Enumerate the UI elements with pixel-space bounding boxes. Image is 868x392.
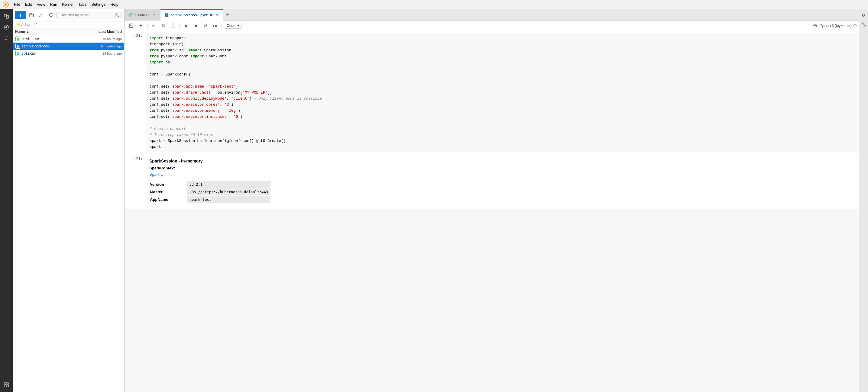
notebook-tab-label: sample-notebook.ipynb (171, 13, 208, 17)
menu-kernel[interactable]: Kernel (60, 1, 76, 7)
modified-column-header[interactable]: Last Modified (83, 30, 122, 34)
toolbar-separator (180, 23, 180, 29)
file-row[interactable]: ▦ titles.csv 18 hours ago (13, 50, 124, 57)
output-title: SparkSession - in-memory (149, 159, 855, 163)
cell-type-label: Code (227, 24, 236, 28)
csv-icon: ▦ (15, 36, 21, 42)
launcher-tab-label: Launcher (135, 13, 150, 17)
spark-ui-link[interactable]: Spark UI (149, 172, 855, 177)
output-cell-row: [2]: SparkSession - in-memory SparkConte… (125, 154, 859, 209)
svg-point-1 (4, 3, 7, 6)
output-body: SparkSession - in-memory SparkContext Sp… (146, 156, 859, 208)
run-button[interactable]: ▶ (182, 22, 190, 30)
menu-help[interactable]: Help (108, 1, 121, 7)
prop-key: AppName (150, 196, 186, 203)
notebook-tab-close[interactable]: ✕ (214, 13, 219, 18)
file-name: sample-notebook.i... (22, 44, 83, 48)
kernel-info: Python 3 (ipykernel) (813, 23, 857, 28)
menu-view[interactable]: View (34, 1, 48, 7)
add-cell-button[interactable]: + (136, 22, 145, 30)
cell-body[interactable]: import findspark findspark.init() from p… (146, 32, 859, 153)
save-button[interactable] (127, 22, 135, 30)
cut-button[interactable]: ✂ (150, 22, 158, 30)
file-row[interactable]: ▦ credits.csv 18 hours ago (13, 35, 124, 42)
svg-rect-14 (129, 24, 133, 28)
right-icon-bar: ⚙ 🔧 (859, 9, 868, 392)
paste-button[interactable]: 📋 (169, 22, 178, 30)
extensions-icon[interactable] (1, 380, 11, 390)
file-name: credits.csv (22, 37, 83, 41)
prop-key: Master (150, 189, 186, 195)
menu-run[interactable]: Run (48, 1, 60, 7)
sort-arrow-icon: ▲ (26, 30, 29, 34)
refresh-button[interactable] (46, 11, 55, 19)
spark-properties-table: Version v3.2.1 Master k8s://https://kube… (149, 180, 271, 203)
cell-type-chevron: ▾ (237, 24, 239, 28)
kernel-name: Python 3 (ipykernel) (819, 24, 852, 28)
prop-value: v3.2.1 (187, 181, 271, 188)
breadcrumb-path: / shared / (22, 23, 37, 27)
cell-type-selector[interactable]: Code ▾ (224, 23, 242, 29)
file-row[interactable]: ▦ sample-notebook.i... 6 minutes ago (13, 42, 124, 50)
menu-file[interactable]: File (11, 1, 23, 7)
notebook-content: [2]: import findspark findspark.init() f… (125, 31, 859, 392)
file-name: titles.csv (22, 51, 83, 56)
new-file-button[interactable]: + (15, 11, 26, 19)
file-table-header: Name ▲ Last Modified (13, 28, 124, 35)
file-modified: 18 hours ago (83, 52, 122, 55)
name-column-header[interactable]: Name ▲ (15, 30, 83, 34)
search-icon: 🔍 (115, 13, 120, 18)
right-tool-icon[interactable]: 🔧 (860, 21, 867, 28)
file-modified: 6 minutes ago (83, 44, 122, 48)
code-block[interactable]: import findspark findspark.init() from p… (146, 33, 859, 153)
notebook-icon: ▦ (15, 43, 21, 49)
launcher-tab-close[interactable]: ✕ (152, 12, 157, 17)
file-list: ▦ credits.csv 18 hours ago ▦ sample-note… (13, 35, 124, 392)
tab-notebook[interactable]: 📓 sample-notebook.ipynb ✕ (160, 9, 223, 21)
menu-settings[interactable]: Settings (89, 1, 108, 7)
prop-value: k8s://https://kubernetes.default:443 (187, 189, 271, 195)
spark-prop-row: Version v3.2.1 (150, 181, 271, 188)
spark-prop-row: AppName spark-test (150, 196, 271, 203)
svg-point-18 (814, 25, 816, 26)
code-cell-row: [2]: import findspark findspark.init() f… (125, 31, 859, 154)
code-cell: [2]: import findspark findspark.init() f… (125, 31, 859, 209)
tab-bar: 🔗 Launcher ✕ 📓 sample-notebook.ipynb ✕ + (125, 9, 859, 21)
restart-button[interactable]: ↺ (201, 22, 210, 30)
toolbar-separator (147, 23, 148, 29)
menubar: File Edit View Run Kernel Tabs Settings … (0, 0, 868, 9)
content-area: 🔗 Launcher ✕ 📓 sample-notebook.ipynb ✕ + (125, 9, 859, 392)
svg-point-5 (5, 26, 7, 28)
notebook-tab-icon: 📓 (164, 13, 169, 17)
svg-rect-3 (6, 15, 8, 19)
unsaved-dot (210, 14, 213, 16)
breadcrumb: 📁 / shared / (13, 22, 124, 28)
tab-launcher[interactable]: 🔗 Launcher ✕ (125, 9, 160, 21)
kernel-status-dot (854, 24, 857, 27)
menu-edit[interactable]: Edit (23, 1, 34, 7)
new-folder-button[interactable] (27, 11, 36, 19)
upload-button[interactable] (37, 11, 45, 19)
copy-button[interactable]: ⧉ (159, 22, 168, 30)
fast-forward-button[interactable]: ⏭ (211, 22, 219, 30)
svg-rect-10 (7, 383, 8, 385)
file-browser-panel: + � (13, 9, 125, 392)
prop-key: Version (150, 181, 186, 188)
file-toolbar: + � (13, 9, 124, 22)
notebook-toolbar: + ✂ ⧉ 📋 ▶ ■ ↺ ⏭ Code ▾ Python 3 (ipykern… (125, 21, 859, 31)
new-tab-button[interactable]: + (223, 11, 232, 18)
files-icon[interactable] (1, 11, 11, 21)
menu-tabs[interactable]: Tabs (76, 1, 89, 7)
running-icon[interactable] (1, 22, 11, 32)
spark-prop-row: Master k8s://https://kubernetes.default:… (150, 189, 271, 195)
app-logo (2, 1, 9, 8)
search-input[interactable] (58, 13, 115, 17)
stop-button[interactable]: ■ (192, 22, 200, 30)
toolbar-separator (221, 23, 222, 29)
kernel-settings-icon[interactable] (813, 23, 817, 28)
file-modified: 18 hours ago (83, 37, 122, 41)
toc-icon[interactable] (1, 33, 11, 43)
output-prompt: [2]: (125, 156, 146, 208)
svg-rect-12 (7, 385, 8, 387)
right-settings-icon[interactable]: ⚙ (860, 11, 867, 19)
